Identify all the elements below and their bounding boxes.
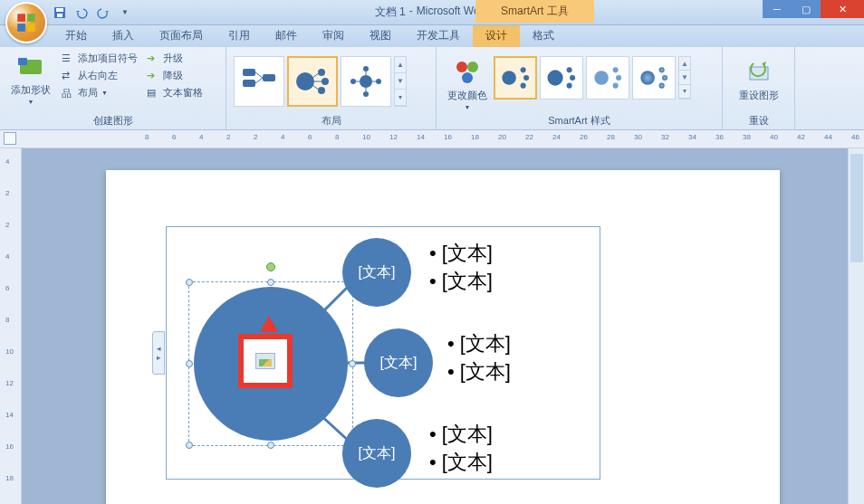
tab-format[interactable]: 格式: [520, 24, 567, 47]
scroll-up-icon[interactable]: ▲: [395, 57, 406, 73]
svg-point-46: [659, 67, 665, 72]
picture-placeholder-highlight[interactable]: [238, 334, 293, 388]
ribbon: 添加形状 ▼ ☰添加项目符号 ⇄从右向左 品布局▼ ➔升级 ➔降级 ▤文本窗格 …: [0, 47, 864, 130]
svg-point-42: [613, 67, 619, 72]
vertical-ruler: 4224681012141618: [0, 148, 22, 504]
layout-option-2[interactable]: [287, 56, 338, 107]
svg-point-25: [350, 79, 356, 84]
smartart-sub-node-3[interactable]: [文本]: [342, 419, 411, 488]
svg-point-22: [363, 66, 369, 71]
resize-handle[interactable]: [267, 442, 274, 449]
page[interactable]: ◂▸: [106, 170, 780, 504]
group-label-create: 创建图形: [7, 112, 218, 129]
svg-point-31: [467, 62, 478, 72]
smartart-frame[interactable]: ◂▸: [166, 226, 600, 480]
tab-mailings[interactable]: 邮件: [263, 24, 310, 47]
svg-rect-1: [27, 14, 35, 22]
svg-point-38: [567, 67, 572, 72]
svg-rect-11: [263, 74, 275, 81]
svg-rect-2: [17, 24, 25, 32]
callout-arrow-icon: [260, 316, 278, 332]
resize-handle[interactable]: [267, 279, 274, 286]
change-colors-button[interactable]: 更改颜色 ▼: [444, 56, 491, 112]
scroll-down-icon[interactable]: ▼: [679, 71, 690, 84]
close-button[interactable]: ✕: [821, 0, 864, 18]
svg-point-33: [502, 71, 516, 85]
text-pane-button[interactable]: ▤文本窗格: [145, 85, 205, 100]
tab-review[interactable]: 审阅: [310, 24, 357, 47]
bullet-list-2[interactable]: [文本][文本]: [447, 330, 511, 386]
svg-point-30: [456, 62, 467, 72]
tab-page-layout[interactable]: 页面布局: [147, 24, 216, 47]
tab-insert[interactable]: 插入: [100, 24, 147, 47]
svg-point-34: [521, 67, 526, 72]
resize-handle[interactable]: [186, 360, 193, 367]
svg-point-36: [521, 83, 526, 89]
svg-rect-5: [56, 8, 63, 12]
rotate-handle[interactable]: [266, 262, 275, 271]
svg-point-24: [363, 91, 369, 97]
layout-option-1[interactable]: [234, 56, 284, 107]
svg-point-43: [616, 75, 621, 81]
group-create-graphic: 添加形状 ▼ ☰添加项目符号 ⇄从右向左 品布局▼ ➔升级 ➔降级 ▤文本窗格 …: [0, 47, 226, 129]
tab-developer[interactable]: 开发工具: [404, 24, 473, 47]
svg-point-14: [296, 72, 314, 90]
resize-handle[interactable]: [349, 360, 356, 367]
svg-point-23: [376, 79, 381, 84]
save-icon[interactable]: [53, 5, 67, 20]
bullet-list-3[interactable]: [文本][文本]: [429, 421, 493, 477]
scroll-more-icon[interactable]: ▾: [395, 90, 406, 106]
demote-button[interactable]: ➔降级: [145, 68, 205, 83]
style-option-1[interactable]: [494, 56, 537, 100]
svg-rect-9: [243, 69, 255, 76]
resize-handle[interactable]: [186, 279, 193, 286]
style-gallery-scroll[interactable]: ▲▼▾: [678, 56, 691, 100]
canvas[interactable]: ◂▸: [22, 148, 864, 504]
svg-point-39: [570, 75, 575, 81]
svg-rect-3: [27, 24, 35, 32]
svg-line-20: [312, 85, 320, 90]
add-bullet-button[interactable]: ☰添加项目符号: [60, 51, 139, 66]
minimize-button[interactable]: ─: [763, 0, 792, 18]
reset-graphic-button[interactable]: 重设图形: [735, 56, 782, 104]
horizontal-ruler: 8642246810121416182022242628303234363840…: [0, 130, 864, 148]
group-label-reset: 重设: [730, 112, 787, 129]
rtl-button[interactable]: ⇄从右向左: [60, 68, 139, 83]
bullet-list-1[interactable]: [文本][文本]: [429, 240, 493, 296]
redo-icon[interactable]: [96, 5, 110, 20]
svg-rect-10: [243, 80, 255, 87]
resize-handle[interactable]: [186, 442, 193, 449]
scroll-down-icon[interactable]: ▼: [395, 73, 406, 90]
window-title: 文档 1-Microsoft Word: [375, 5, 489, 20]
layout-button[interactable]: 品布局▼: [60, 85, 139, 100]
scroll-more-icon[interactable]: ▾: [679, 85, 690, 99]
tab-view[interactable]: 视图: [357, 24, 404, 47]
svg-point-40: [567, 83, 572, 89]
style-option-3[interactable]: [586, 56, 629, 100]
svg-point-47: [662, 75, 667, 81]
text-pane-toggle[interactable]: ◂▸: [152, 331, 165, 375]
style-option-4[interactable]: [632, 56, 676, 100]
title-bar: ▼ 文档 1-Microsoft Word SmartArt 工具 ─ ▢ ✕: [0, 0, 864, 25]
tab-design[interactable]: 设计: [473, 24, 520, 47]
svg-rect-8: [18, 58, 27, 65]
add-shape-button[interactable]: 添加形状 ▼: [7, 51, 54, 107]
scrollbar-thumb[interactable]: [850, 154, 863, 262]
maximize-button[interactable]: ▢: [792, 0, 821, 18]
qat-dropdown-icon[interactable]: ▼: [118, 5, 132, 20]
ruler-corner-icon: [4, 132, 16, 145]
tab-home[interactable]: 开始: [53, 24, 100, 47]
vertical-scrollbar[interactable]: [848, 148, 864, 504]
layout-option-3[interactable]: [341, 56, 391, 107]
group-layouts: ▲▼▾ 布局: [226, 47, 437, 129]
scroll-up-icon[interactable]: ▲: [679, 57, 690, 71]
layout-gallery-scroll[interactable]: ▲▼▾: [394, 56, 407, 107]
smartart-sub-node-2[interactable]: [文本]: [364, 328, 433, 397]
style-option-2[interactable]: [540, 56, 583, 100]
undo-icon[interactable]: [74, 5, 89, 20]
office-button[interactable]: [5, 2, 47, 43]
smartart-sub-node-1[interactable]: [文本]: [342, 238, 411, 307]
tab-references[interactable]: 引用: [216, 24, 263, 47]
promote-button[interactable]: ➔升级: [145, 51, 205, 66]
picture-icon: [255, 353, 275, 369]
